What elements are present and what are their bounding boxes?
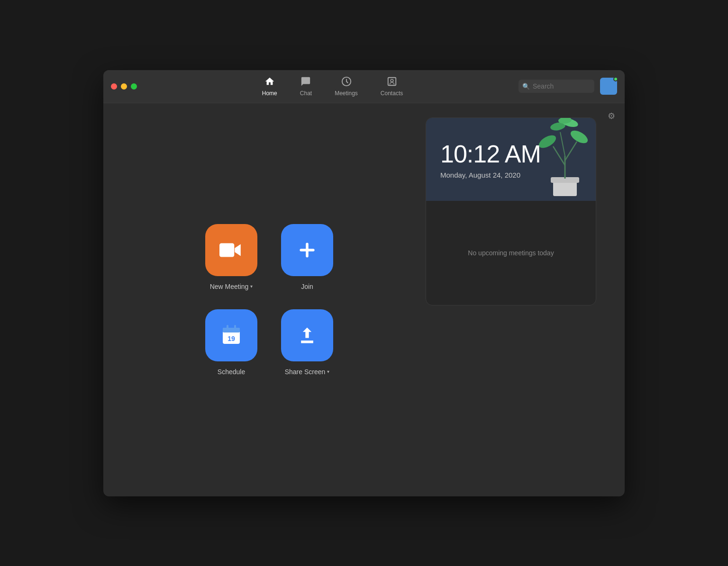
nav-item-contacts[interactable]: Contacts [369, 72, 414, 100]
svg-rect-1 [388, 77, 396, 85]
meetings-section: No upcoming meetings today [426, 201, 596, 305]
main-nav: Home Chat Meetings [146, 72, 519, 100]
share-screen-label: Share Screen ▾ [285, 368, 330, 376]
new-meeting-item: New Meeting ▾ [205, 224, 257, 290]
maximize-button[interactable] [131, 83, 137, 90]
share-screen-chevron: ▾ [327, 369, 329, 374]
nav-right: 🔍 [519, 78, 617, 95]
nav-label-contacts: Contacts [381, 90, 403, 97]
join-item: Join [281, 224, 333, 290]
right-panel: 10:12 AM Monday, August 24, 2020 No upco… [426, 117, 596, 482]
svg-point-2 [391, 79, 393, 82]
new-meeting-label: New Meeting ▾ [210, 283, 253, 290]
share-screen-item: Share Screen ▾ [281, 309, 333, 376]
schedule-button[interactable]: 19 [205, 309, 257, 361]
online-badge [613, 77, 618, 81]
schedule-item: 19 Schedule [205, 309, 257, 376]
nav-item-home[interactable]: Home [251, 72, 289, 100]
schedule-label: Schedule [218, 368, 245, 376]
nav-label-meetings: Meetings [335, 90, 358, 97]
nav-label-home: Home [262, 90, 277, 97]
join-label: Join [301, 283, 313, 290]
action-grid: New Meeting ▾ Join [205, 224, 333, 376]
traffic-lights [111, 83, 137, 90]
avatar-button[interactable] [600, 78, 617, 95]
settings-icon[interactable]: ⚙ [608, 111, 615, 121]
search-input[interactable] [519, 80, 594, 93]
chat-icon [300, 76, 311, 88]
nav-label-chat: Chat [300, 90, 312, 97]
contacts-icon [387, 76, 397, 88]
svg-text:19: 19 [228, 335, 235, 342]
share-screen-button[interactable] [281, 309, 333, 361]
close-button[interactable] [111, 83, 117, 90]
nav-item-meetings[interactable]: Meetings [323, 72, 369, 100]
meetings-icon [341, 76, 352, 88]
minimize-button[interactable] [121, 83, 127, 90]
clock-section: 10:12 AM Monday, August 24, 2020 [426, 118, 596, 201]
join-button[interactable] [281, 224, 333, 276]
search-container: 🔍 [519, 80, 594, 93]
clock-time: 10:12 AM [440, 140, 582, 168]
svg-rect-5 [223, 328, 240, 332]
main-content: ⚙ New Meeting ▾ [103, 103, 625, 496]
new-meeting-button[interactable] [205, 224, 257, 276]
titlebar: Home Chat Meetings [103, 70, 625, 103]
calendar-widget: 10:12 AM Monday, August 24, 2020 No upco… [426, 117, 596, 305]
clock-date: Monday, August 24, 2020 [440, 171, 582, 179]
search-icon: 🔍 [522, 83, 530, 90]
home-icon [264, 76, 275, 88]
app-window: Home Chat Meetings [103, 70, 625, 496]
new-meeting-chevron: ▾ [250, 284, 253, 289]
no-meetings-text: No upcoming meetings today [468, 249, 554, 257]
nav-item-chat[interactable]: Chat [289, 72, 323, 100]
svg-rect-3 [219, 243, 234, 257]
left-panel: New Meeting ▾ Join [132, 117, 407, 482]
